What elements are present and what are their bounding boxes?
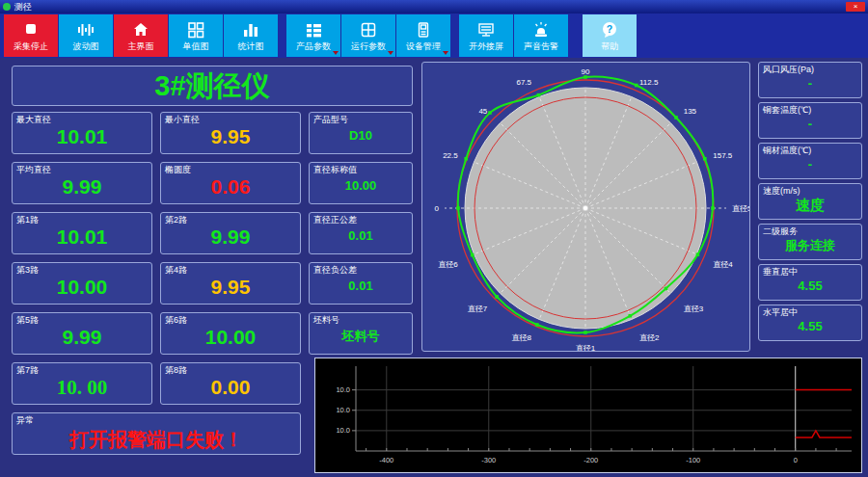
single-value-chart-button[interactable]: 单值图 xyxy=(169,14,223,57)
metric-channel-3: 第3路 10.00 xyxy=(12,262,152,305)
barchart-icon xyxy=(241,20,260,40)
metric-ovality: 椭圆度 0.06 xyxy=(160,162,301,204)
device-management-button[interactable]: 设备管理 xyxy=(396,14,450,57)
metric-avg-diameter: 平均直径 9.99 xyxy=(12,162,152,204)
button-label: 运行参数 xyxy=(351,41,386,51)
svg-text:45: 45 xyxy=(478,107,487,116)
metric-channel-4: 第4路 9.95 xyxy=(160,262,301,305)
alarm-message: 打开报警端口失败！ xyxy=(16,425,296,454)
metric-label: 最小直径 xyxy=(165,115,296,124)
metric-label: 第1路 xyxy=(16,215,148,225)
titlebar: 测径 × xyxy=(0,0,868,13)
param-label: 直径负公差 xyxy=(313,265,408,275)
fluctuation-chart-button[interactable]: 波动图 xyxy=(59,14,113,57)
svg-text:直径5: 直径5 xyxy=(732,204,749,213)
svg-text:-300: -300 xyxy=(481,456,496,464)
external-screen-button[interactable]: 开外接屏 xyxy=(459,14,513,57)
product-params-button[interactable]: 产品参数 xyxy=(286,14,340,57)
status-value: - xyxy=(763,115,857,134)
toolbar: 采集停止 波动图 主界面 单值图 统计图 产品参数 运行参数 xyxy=(0,13,868,58)
button-label: 开外接屏 xyxy=(469,41,503,51)
metric-max-diameter: 最大直径 10.01 xyxy=(12,112,152,154)
status-wind-pressure: 风口风压(Pa) - xyxy=(758,62,862,98)
alarm-box: 异常 打开报警端口失败！ xyxy=(12,412,301,455)
dropdown-caret-icon xyxy=(333,51,339,55)
home-icon xyxy=(131,20,150,40)
param-upper-tolerance: 直径正公差 0.01 xyxy=(309,212,413,254)
button-label: 单值图 xyxy=(183,41,209,51)
alarm-siren-icon xyxy=(531,20,551,40)
status-value: 4.55 xyxy=(763,277,857,296)
param-product-model: 产品型号 D10 xyxy=(309,112,413,154)
param-value: 坯料号 xyxy=(313,325,408,348)
svg-text:直径1: 直径1 xyxy=(576,344,596,351)
status-secondary-service: 二级服务 服务连接 xyxy=(758,224,862,260)
metric-value: 9.99 xyxy=(165,225,296,250)
metric-value: 10.00 xyxy=(16,275,148,300)
button-label: 产品参数 xyxy=(296,41,331,51)
param-label: 直径正公差 xyxy=(313,215,408,225)
alarm-label: 异常 xyxy=(16,415,296,425)
param-nominal-diameter: 直径标称值 10.00 xyxy=(309,162,413,204)
status-label: 二级服务 xyxy=(763,226,857,236)
svg-text:直径6: 直径6 xyxy=(438,260,458,269)
param-lower-tolerance: 直径负公差 0.01 xyxy=(309,262,413,305)
svg-text:67.5: 67.5 xyxy=(516,78,531,87)
svg-text:直径3: 直径3 xyxy=(684,305,704,313)
svg-text:10.0: 10.0 xyxy=(336,385,350,394)
trend-chart: 10.010.010.0-400-300-200-1000 xyxy=(315,358,861,472)
metric-value: 10.00 xyxy=(165,325,296,350)
monitor-icon xyxy=(476,20,496,40)
metric-label: 椭圆度 xyxy=(165,165,296,174)
svg-text:10.0: 10.0 xyxy=(336,426,350,435)
status-label: 铜材温度(℃) xyxy=(763,146,857,155)
svg-text:直径2: 直径2 xyxy=(639,333,660,342)
status-vertical-centering: 垂直居中 4.55 xyxy=(758,264,862,301)
close-button[interactable]: × xyxy=(846,2,865,12)
app-icon xyxy=(3,3,11,11)
gauge-title: 3#测径仪 xyxy=(12,66,413,106)
status-value: - xyxy=(763,74,857,93)
svg-text:0: 0 xyxy=(794,456,798,464)
help-button[interactable]: ? 帮助 xyxy=(583,14,637,57)
svg-text:-200: -200 xyxy=(583,456,598,464)
metric-label: 最大直径 xyxy=(16,115,148,124)
status-speed: 速度(m/s) 速度 xyxy=(758,183,862,220)
param-billet-number: 坯料号 坯料号 xyxy=(309,312,413,355)
param-value: 10.00 xyxy=(313,174,408,198)
metric-min-diameter: 最小直径 9.95 xyxy=(160,112,301,154)
stop-icon xyxy=(21,20,41,40)
svg-text:0: 0 xyxy=(435,204,440,213)
button-label: 统计图 xyxy=(238,41,264,51)
help-icon: ? xyxy=(600,20,619,40)
run-params-button[interactable]: 运行参数 xyxy=(341,14,395,57)
metric-value: 0.06 xyxy=(165,174,296,199)
svg-text:135: 135 xyxy=(684,107,697,116)
dropdown-caret-icon xyxy=(388,51,393,55)
main-screen-button[interactable]: 主界面 xyxy=(114,14,168,57)
sound-alarm-button[interactable]: 声音告警 xyxy=(514,14,568,57)
device-icon xyxy=(414,20,433,40)
status-horizontal-centering: 水平居中 4.55 xyxy=(758,305,862,341)
svg-text:-100: -100 xyxy=(686,456,700,464)
status-label: 风口风压(Pa) xyxy=(763,65,857,74)
metric-value: 9.95 xyxy=(165,275,296,300)
metric-value: 10.01 xyxy=(16,225,148,250)
metric-label: 第6路 xyxy=(165,315,296,325)
metric-value: 9.99 xyxy=(16,325,148,350)
svg-text:112.5: 112.5 xyxy=(639,78,659,87)
diameter-gauge-app: 测径 × 采集停止 波动图 主界面 单值图 统计图 产品参数 xyxy=(0,0,868,477)
dropdown-caret-icon xyxy=(443,51,448,55)
status-label: 铜套温度(℃) xyxy=(763,105,857,115)
button-label: 主界面 xyxy=(128,41,154,51)
grid-icon xyxy=(359,20,378,40)
status-label: 速度(m/s) xyxy=(763,186,857,196)
stop-capture-button[interactable]: 采集停止 xyxy=(4,14,58,57)
metric-channel-5: 第5路 9.99 xyxy=(12,312,152,355)
statistics-chart-button[interactable]: 统计图 xyxy=(224,14,278,57)
status-label: 水平居中 xyxy=(763,307,857,317)
metric-label: 平均直径 xyxy=(16,165,148,174)
status-value: 速度 xyxy=(763,196,857,215)
svg-text:直径8: 直径8 xyxy=(512,333,532,342)
metric-value: 0.00 xyxy=(165,375,296,400)
